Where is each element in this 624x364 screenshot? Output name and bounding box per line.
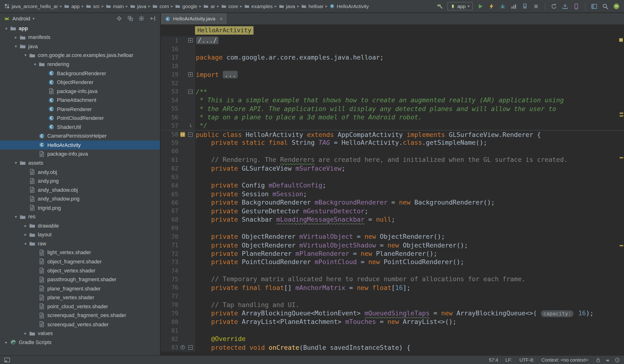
tree-item-drawable[interactable]: ▸drawable (0, 221, 160, 230)
gutter[interactable]: 58 (161, 130, 195, 139)
code-viewport[interactable]: 1/.../1617package com.google.ar.core.exa… (161, 36, 624, 356)
collapse-arrow-icon[interactable]: ▾ (22, 53, 29, 57)
context-indicator[interactable]: Context: <no context> (542, 357, 588, 363)
warning-stripe-mark[interactable] (620, 115, 623, 117)
gutter[interactable]: 77 (161, 292, 195, 301)
gutter[interactable]: 72 (161, 249, 195, 258)
run-icon[interactable] (477, 3, 484, 10)
instant-run-icon[interactable] (488, 3, 495, 10)
tree-item-object-fragment-shader[interactable]: object_fragment.shader (0, 257, 160, 266)
breadcrumb-item-app[interactable]: app (63, 3, 81, 10)
toolwindow-toggle-icon[interactable] (4, 357, 10, 363)
debug-icon[interactable] (499, 3, 506, 10)
gutter[interactable]: 59 (161, 139, 195, 147)
attach-debugger-icon[interactable] (521, 3, 528, 10)
run-configuration-selector[interactable]: app▾ (447, 2, 473, 10)
breadcrumb-item-java[interactable]: java (278, 3, 296, 10)
collapse-arrow-icon[interactable]: ▾ (13, 214, 19, 219)
tree-item-object-vertex-shader[interactable]: object_vertex.shader (0, 266, 160, 275)
tree-item-raw[interactable]: ▾raw (0, 239, 160, 248)
breadcrumb-item-core[interactable]: core (220, 3, 239, 10)
tree-item-plane-vertex-shader[interactable]: plane_vertex.shader (0, 293, 160, 302)
expand-arrow-icon[interactable]: ▸ (3, 340, 9, 344)
gutter[interactable]: 70 (161, 232, 195, 241)
tree-item-package-info-java[interactable]: package-info.java (0, 150, 160, 158)
gutter[interactable]: 66 (161, 198, 195, 207)
tree-item-screenquad-vertex-shader[interactable]: screenquad_vertex.shader (0, 320, 160, 329)
gutter[interactable]: 68 (161, 215, 195, 224)
tree-item-trigrid-png[interactable]: trigrid.png (0, 203, 160, 212)
line-separator-indicator[interactable]: LF: (505, 357, 512, 363)
gutter[interactable]: 63 (161, 173, 195, 181)
inspections-profile-icon[interactable] (605, 357, 610, 363)
build-hammer-icon[interactable] (436, 3, 443, 10)
tree-item-values[interactable]: ▸values (0, 329, 160, 338)
tab-helloaractivity-java[interactable]: C HelloArActivity.java × (161, 13, 227, 24)
gutter[interactable]: 55 (161, 104, 195, 113)
gutter[interactable]: 78 (161, 301, 195, 309)
override-gutter-icon[interactable] (178, 345, 186, 350)
project-view-selector[interactable]: Android ▾ (3, 15, 35, 22)
gutter[interactable]: 83 (161, 343, 195, 352)
tree-item-screenquad-fragment-oes-shader[interactable]: screenquad_fragment_oes.shader (0, 311, 160, 320)
breadcrumb-item-google[interactable]: google (174, 3, 198, 10)
gutter[interactable]: 53 (161, 87, 195, 96)
breadcrumb-class-chip[interactable]: HelloArActivity (195, 26, 254, 35)
warning-stripe-mark[interactable] (620, 112, 623, 114)
gutter[interactable]: 73 (161, 258, 195, 266)
toolwindows-icon[interactable] (591, 3, 598, 10)
avd-manager-icon[interactable] (573, 3, 580, 10)
tree-item-layout[interactable]: ▸layout (0, 230, 160, 239)
gutter[interactable]: 1 (161, 36, 195, 45)
collapse-arrow-icon[interactable]: ▾ (22, 241, 29, 246)
tree-item-planeattachment[interactable]: CPlaneAttachment (0, 96, 160, 105)
gutter[interactable]: 18 (161, 62, 195, 70)
collapse-arrow-icon[interactable]: ▾ (13, 161, 19, 165)
tree-item-objectrenderer[interactable]: CObjectRenderer (0, 78, 160, 87)
fold-open-icon[interactable] (187, 89, 194, 94)
gutter[interactable]: 54 (161, 96, 195, 104)
breadcrumb-item-com[interactable]: com (151, 3, 170, 10)
tree-item-point-cloud-vertex-shader[interactable]: point_cloud_vertex.shader (0, 302, 160, 311)
tree-item-andy-obj[interactable]: andy.obj (0, 167, 160, 176)
fold-open-icon[interactable] (187, 345, 194, 350)
gutter[interactable]: 19 (161, 70, 195, 79)
write-lock-icon[interactable] (595, 357, 601, 363)
gutter[interactable]: 52 (161, 79, 195, 87)
gutter[interactable]: 60 (161, 147, 195, 156)
gutter[interactable]: 64 (161, 181, 195, 190)
breadcrumb-item-src[interactable]: src (85, 3, 101, 10)
gutter[interactable]: 75 (161, 275, 195, 284)
search-everywhere-icon[interactable] (602, 3, 609, 10)
gutter[interactable]: 80 (161, 318, 195, 326)
tree-item-backgroundrenderer[interactable]: CBackgroundRenderer (0, 69, 160, 78)
tree-item-manifests[interactable]: ▸manifests (0, 33, 160, 42)
tree-item-andy-shadow-png[interactable]: andy_shadow.png (0, 194, 160, 203)
expand-arrow-icon[interactable]: ▸ (22, 224, 29, 228)
gutter[interactable]: 17 (161, 53, 195, 62)
gutter[interactable]: 82 (161, 335, 195, 343)
warning-stripe-mark[interactable] (620, 157, 623, 158)
breadcrumb-item-main[interactable]: main (105, 3, 125, 10)
tree-item-rendering[interactable]: ▾rendering (0, 60, 160, 69)
fold-open-icon[interactable] (187, 132, 194, 136)
tree-item-assets[interactable]: ▾assets (0, 158, 160, 168)
close-icon[interactable]: × (220, 16, 223, 22)
tree-item-passthrough-fragment-shader[interactable]: passthrough_fragment.shader (0, 275, 160, 284)
tree-item-andy-shadow-obj[interactable]: andy_shadow.obj (0, 185, 160, 194)
profiler-icon[interactable] (510, 3, 517, 10)
hide-panel-icon[interactable] (150, 15, 156, 21)
caret-position[interactable]: 57:4 (489, 357, 498, 363)
sdk-manager-icon[interactable] (562, 3, 569, 10)
collapse-all-icon[interactable] (128, 15, 133, 21)
expand-arrow-icon[interactable]: ▸ (22, 331, 29, 335)
collapse-arrow-icon[interactable]: ▾ (13, 44, 19, 48)
warning-stripe-mark[interactable] (620, 245, 623, 246)
gutter[interactable]: 67 (161, 207, 195, 215)
sync-gradle-icon[interactable] (550, 3, 558, 10)
breadcrumb-item-examples[interactable]: examples (243, 3, 274, 10)
tree-item-planerenderer[interactable]: CPlaneRenderer (0, 105, 160, 114)
fold-plus-icon[interactable] (187, 38, 194, 43)
stop-icon[interactable] (532, 3, 540, 10)
collapse-arrow-icon[interactable]: ▾ (32, 62, 38, 66)
